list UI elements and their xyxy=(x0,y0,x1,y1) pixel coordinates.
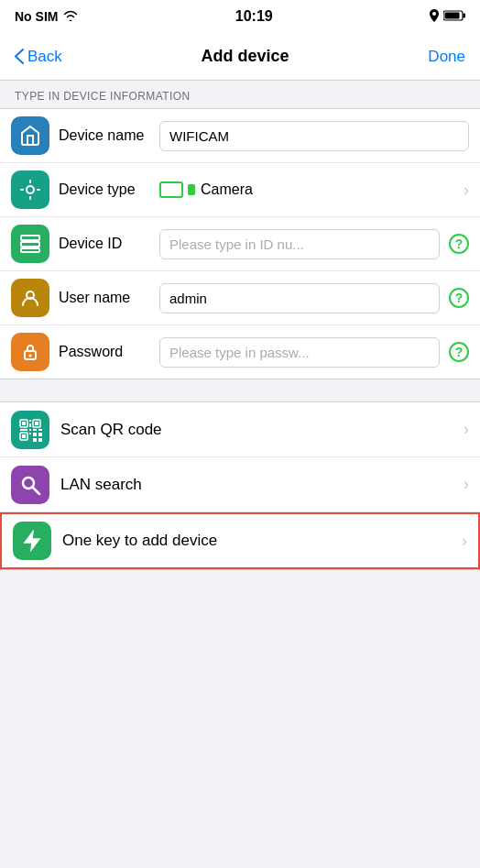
scan-qr-chevron: › xyxy=(464,420,469,439)
user-name-input[interactable] xyxy=(159,283,440,313)
svg-rect-23 xyxy=(20,429,27,431)
device-type-icon xyxy=(11,170,49,209)
nav-bar: Back Add device Done xyxy=(0,33,480,81)
lan-search-chevron: › xyxy=(464,475,469,494)
device-name-input[interactable] xyxy=(159,121,469,151)
svg-rect-4 xyxy=(21,236,39,240)
done-button[interactable]: Done xyxy=(428,48,465,66)
svg-line-28 xyxy=(33,488,39,494)
password-row: Password ? xyxy=(0,325,480,379)
form-section: Device name Device type Camera › xyxy=(0,108,480,379)
password-label: Password xyxy=(59,344,150,360)
scan-qr-label: Scan QR code xyxy=(60,421,453,439)
location-icon xyxy=(430,9,439,25)
battery-icon xyxy=(443,9,465,24)
password-help-icon[interactable]: ? xyxy=(449,342,469,362)
user-name-label: User name xyxy=(59,290,150,306)
device-type-row[interactable]: Device type Camera › xyxy=(0,163,480,217)
device-id-row: Device ID ? xyxy=(0,217,480,271)
carrier-label: No SIM xyxy=(15,9,58,24)
svg-rect-18 xyxy=(33,438,37,442)
device-name-icon xyxy=(11,116,49,155)
svg-rect-2 xyxy=(445,13,460,19)
password-icon xyxy=(11,333,49,371)
svg-point-3 xyxy=(27,186,34,193)
wifi-icon xyxy=(63,9,78,24)
svg-rect-11 xyxy=(22,422,26,425)
device-type-value-wrap: Camera xyxy=(159,181,454,198)
one-key-label: One key to add device xyxy=(62,532,451,550)
one-key-row[interactable]: One key to add device › xyxy=(0,512,480,569)
device-name-label: Device name xyxy=(59,127,150,144)
password-input[interactable] xyxy=(159,337,440,368)
one-key-chevron: › xyxy=(462,532,467,551)
back-label: Back xyxy=(27,48,62,66)
back-button[interactable]: Back xyxy=(15,48,62,66)
svg-rect-24 xyxy=(33,429,37,431)
device-id-label: Device ID xyxy=(59,236,150,252)
device-type-chevron: › xyxy=(464,181,469,200)
svg-rect-6 xyxy=(21,248,39,252)
svg-rect-19 xyxy=(38,438,42,442)
svg-rect-1 xyxy=(464,14,466,18)
status-time: 10:19 xyxy=(235,8,273,25)
user-name-row: User name ? xyxy=(0,271,480,325)
svg-rect-15 xyxy=(22,434,26,438)
device-name-row: Device name xyxy=(0,109,480,163)
device-type-value: Camera xyxy=(201,181,253,198)
lan-search-icon xyxy=(11,466,49,504)
device-type-label: Device type xyxy=(59,181,150,198)
svg-rect-13 xyxy=(35,422,38,425)
svg-rect-26 xyxy=(29,433,31,434)
scan-qr-row[interactable]: Scan QR code › xyxy=(0,402,480,457)
action-section: Scan QR code › LAN search › One key to a… xyxy=(0,401,480,570)
svg-point-9 xyxy=(29,355,32,357)
section-gap-1 xyxy=(0,379,480,401)
carrier-info: No SIM xyxy=(15,9,78,24)
user-name-help-icon[interactable]: ? xyxy=(449,288,469,308)
device-id-input[interactable] xyxy=(159,229,440,259)
svg-rect-17 xyxy=(38,433,42,436)
camera-type-icon xyxy=(159,181,195,198)
lan-search-label: LAN search xyxy=(60,476,453,494)
svg-rect-21 xyxy=(29,423,31,427)
svg-rect-5 xyxy=(21,242,39,247)
status-bar: No SIM 10:19 xyxy=(0,0,480,33)
nav-title: Add device xyxy=(202,47,289,66)
svg-marker-29 xyxy=(25,532,39,550)
status-icons xyxy=(430,9,465,25)
svg-rect-25 xyxy=(38,429,42,431)
section-header: TYPE IN DEVICE INFORMATION xyxy=(0,81,480,108)
svg-rect-20 xyxy=(29,420,31,422)
svg-rect-22 xyxy=(29,429,31,431)
device-id-icon xyxy=(11,225,49,263)
device-id-help-icon[interactable]: ? xyxy=(449,234,469,254)
user-name-icon xyxy=(11,279,49,317)
lan-search-row[interactable]: LAN search › xyxy=(0,457,480,512)
scan-qr-icon xyxy=(11,411,49,449)
one-key-icon xyxy=(13,522,51,560)
svg-rect-16 xyxy=(33,433,37,436)
